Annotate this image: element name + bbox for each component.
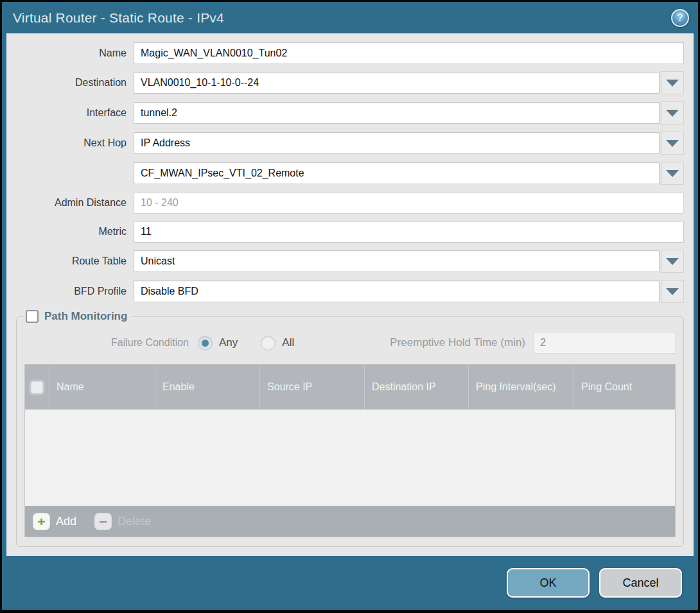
- select-all-checkbox[interactable]: [31, 381, 43, 393]
- name-label: Name: [16, 47, 134, 59]
- minus-icon: −: [94, 513, 112, 530]
- admin-distance-input[interactable]: [134, 192, 684, 214]
- title-bar: Virtual Router - Static Route - IPv4 ?: [2, 2, 698, 33]
- destination-label: Destination: [16, 77, 134, 89]
- table-header-source-ip: Source IP: [259, 365, 364, 410]
- table-header-row: Name Enable Source IP Destination IP Pin…: [25, 365, 675, 410]
- form-row-route-table: Route Table: [16, 250, 684, 273]
- chevron-down-icon: [666, 170, 679, 177]
- path-monitoring-checkbox[interactable]: [26, 310, 39, 323]
- ok-button[interactable]: OK: [507, 568, 590, 598]
- radio-option-any: Any: [198, 336, 238, 350]
- delete-button[interactable]: − Delete: [94, 513, 151, 530]
- form-row-destination: Destination: [16, 71, 684, 94]
- table-header-ping-count: Ping Count: [573, 365, 675, 410]
- interface-input[interactable]: [134, 102, 660, 124]
- preemptive-hold-input[interactable]: [533, 332, 676, 354]
- table-header-ping-interval: Ping Interval(sec): [468, 365, 573, 410]
- form-row-interface: Interface: [16, 101, 684, 125]
- chevron-down-icon: [666, 110, 679, 117]
- add-button[interactable]: + Add: [33, 513, 76, 530]
- failure-condition-label: Failure Condition: [24, 337, 198, 349]
- bfd-profile-dropdown-button[interactable]: [661, 280, 684, 303]
- cancel-button[interactable]: Cancel: [599, 568, 682, 598]
- next-hop-type-dropdown-button[interactable]: [661, 132, 684, 155]
- form-row-bfd-profile: BFD Profile: [16, 280, 684, 303]
- table-toolbar: + Add − Delete: [25, 506, 675, 537]
- form-row-admin-distance: Admin Distance: [16, 192, 684, 214]
- bfd-profile-input[interactable]: [134, 281, 660, 302]
- chevron-down-icon: [666, 80, 679, 87]
- dialog-title: Virtual Router - Static Route - IPv4: [13, 10, 224, 26]
- next-hop-address-input[interactable]: [134, 162, 660, 184]
- path-monitoring-legend: Path Monitoring: [24, 310, 132, 323]
- path-monitoring-table: Name Enable Source IP Destination IP Pin…: [24, 364, 676, 537]
- next-hop-address-dropdown-button[interactable]: [661, 162, 684, 185]
- chevron-down-icon: [666, 140, 679, 147]
- interface-dropdown-button[interactable]: [661, 101, 684, 125]
- form-row-name: Name: [16, 42, 684, 64]
- radio-option-all: All: [261, 336, 294, 350]
- destination-dropdown-button[interactable]: [661, 71, 684, 94]
- delete-button-label: Delete: [118, 515, 151, 528]
- failure-condition-row: Failure Condition Any All Preemptive Hol…: [24, 332, 676, 354]
- preemptive-hold-label: Preemptive Hold Time (min): [390, 336, 533, 349]
- form-row-metric: Metric: [16, 221, 684, 243]
- plus-icon: +: [33, 513, 50, 530]
- interface-label: Interface: [16, 107, 134, 119]
- route-table-label: Route Table: [16, 255, 134, 267]
- route-table-dropdown-button[interactable]: [661, 250, 684, 273]
- metric-input[interactable]: [134, 221, 684, 243]
- next-hop-type-input[interactable]: [134, 132, 660, 154]
- path-monitoring-section: Path Monitoring Failure Condition Any Al…: [16, 310, 684, 547]
- destination-input[interactable]: [134, 72, 660, 94]
- bfd-profile-label: BFD Profile: [16, 286, 134, 297]
- metric-label: Metric: [16, 226, 134, 237]
- next-hop-label: Next Hop: [16, 137, 134, 149]
- table-header-name: Name: [49, 365, 155, 410]
- help-icon[interactable]: ?: [671, 9, 689, 27]
- radio-all-label: All: [282, 336, 294, 349]
- radio-all[interactable]: [261, 336, 276, 350]
- failure-condition-radio-group: Any All: [198, 336, 294, 350]
- chevron-down-icon: [666, 288, 679, 295]
- table-header-checkbox-cell: [25, 365, 49, 410]
- name-input[interactable]: [134, 42, 684, 64]
- route-table-input[interactable]: [134, 250, 660, 272]
- table-header-enable: Enable: [155, 365, 259, 410]
- static-route-dialog: Virtual Router - Static Route - IPv4 ? N…: [0, 0, 700, 613]
- preemptive-hold-group: Preemptive Hold Time (min): [390, 332, 676, 354]
- radio-any-label: Any: [219, 336, 238, 349]
- form-row-next-hop: Next Hop: [16, 132, 684, 155]
- dialog-content: Name Destination Interface Next Hop: [6, 33, 694, 556]
- path-monitoring-title: Path Monitoring: [44, 310, 127, 323]
- add-button-label: Add: [56, 515, 76, 528]
- dialog-footer: OK Cancel: [2, 556, 698, 610]
- radio-any[interactable]: [198, 336, 213, 350]
- form-row-next-hop-address: [16, 162, 684, 185]
- table-header-destination-ip: Destination IP: [364, 365, 468, 410]
- chevron-down-icon: [666, 258, 679, 265]
- table-body-empty: [25, 410, 675, 506]
- admin-distance-label: Admin Distance: [16, 197, 134, 209]
